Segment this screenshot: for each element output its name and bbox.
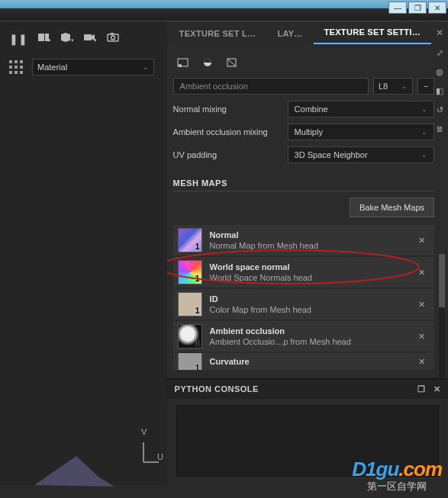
chevron-down-icon: ⌄ (421, 128, 427, 136)
mesh-map-item[interactable]: 1 Normal Normal Map from Mesh head ✕ (173, 225, 434, 255)
normal-mixing-value: Combine (295, 104, 328, 114)
chevron-down-icon: ⌄ (401, 82, 408, 90)
mesh-map-desc: Color Map from Mesh head (210, 305, 414, 314)
svg-marker-3 (61, 33, 70, 42)
channel-format-select[interactable]: L8 ⌄ (373, 78, 413, 95)
mesh-map-item[interactable]: 1 ID Color Map from Mesh head ✕ (173, 289, 434, 320)
channel-icon-2[interactable] (199, 55, 216, 70)
mesh-map-name: ID (210, 294, 414, 304)
window-titlebar: — ❐ ✕ (0, 0, 448, 8)
svg-point-9 (111, 36, 115, 40)
scrollbar-track[interactable] (439, 254, 445, 378)
svg-text:▾: ▾ (71, 37, 73, 43)
pause-icon[interactable]: ❚❚ (9, 33, 27, 45)
mesh-map-thumbnail: 1 (178, 292, 202, 316)
material-name: Material (37, 63, 67, 72)
channel-name-text: Ambient occlusion (180, 82, 248, 91)
axis-v-label: V (141, 427, 147, 436)
material-select[interactable]: Material ⌄ (32, 59, 154, 76)
python-console-panel: PYTHON CONSOLE ❐ ✕ (167, 378, 448, 485)
scrollbar-thumb[interactable] (439, 254, 445, 307)
svg-rect-5 (84, 34, 92, 40)
svg-text:▾: ▾ (48, 37, 50, 43)
normal-mixing-select[interactable]: Combine ⌄ (288, 101, 434, 117)
chevron-down-icon: ⌄ (421, 151, 427, 159)
tab-close-icon[interactable]: ✕ (431, 27, 448, 38)
window-minimize[interactable]: — (388, 2, 407, 14)
tab-layers[interactable]: LAY… (266, 24, 313, 44)
mesh-map-remove-icon[interactable]: ✕ (414, 268, 430, 278)
svg-point-15 (179, 64, 182, 67)
remove-channel-button[interactable]: − (417, 78, 434, 95)
mesh-map-desc: World Space Normals head (210, 273, 414, 282)
mesh-map-remove-icon[interactable]: ✕ (414, 236, 430, 246)
camera-icon[interactable]: ▾ (84, 32, 96, 45)
uv-padding-label: UV padding (173, 150, 288, 159)
mesh-map-remove-icon[interactable]: ✕ (414, 300, 430, 310)
svg-text:▾: ▾ (94, 37, 96, 43)
uv-padding-select[interactable]: 3D Space Neighbor ⌄ (288, 146, 434, 163)
window-maximize[interactable]: ❐ (408, 2, 427, 14)
chevron-down-icon: ⌄ (143, 63, 149, 71)
tab-texture-set-list[interactable]: TEXTURE SET L… (169, 24, 267, 44)
mesh-maps-title: MESH MAPS (173, 178, 434, 191)
channel-format-text: L8 (379, 82, 388, 91)
chevron-down-icon: ⌄ (421, 105, 427, 113)
svg-rect-10 (111, 33, 114, 34)
mesh-map-thumbnail: 1 (178, 353, 202, 370)
viewport-mode-icon[interactable] (9, 60, 26, 74)
console-close-icon[interactable]: ✕ (433, 384, 441, 394)
svg-marker-13 (34, 456, 114, 487)
mesh-map-name: Normal (210, 230, 414, 239)
channel-icon-3[interactable] (224, 55, 240, 70)
channel-name-input[interactable]: Ambient occlusion (173, 78, 369, 95)
channel-icon-1[interactable] (175, 55, 192, 70)
ao-mixing-select[interactable]: Multiply ⌄ (288, 124, 434, 140)
viewport-panel: ❚❚ ▾ ▾ ▾ Material ⌄ V (0, 21, 167, 485)
normal-mixing-label: Normal mixing (173, 104, 288, 114)
mesh-map-thumbnail: 1 (178, 324, 202, 349)
python-console-body[interactable] (175, 403, 440, 478)
snapshot-icon[interactable] (107, 32, 119, 45)
mesh-map-name: World space normal (210, 262, 414, 271)
mesh-map-name: Ambient occlusion (210, 326, 414, 336)
settings-body: Ambient occlusion L8 ⌄ − Normal mixing C… (167, 44, 448, 378)
svg-line-18 (227, 59, 236, 66)
ao-mixing-label: Ambient occlusion mixing (173, 127, 288, 137)
mesh-map-remove-icon[interactable]: ✕ (414, 357, 430, 367)
tab-texture-set-settings[interactable]: TEXTURE SET SETTI… (314, 22, 431, 44)
bake-mesh-maps-button[interactable]: Bake Mesh Maps (350, 198, 434, 217)
ao-mixing-value: Multiply (295, 127, 323, 137)
mesh-map-remove-icon[interactable]: ✕ (414, 332, 430, 342)
perspective-icon[interactable]: ▾ (38, 32, 50, 45)
mesh-map-list: 1 Normal Normal Map from Mesh head ✕ 1 W… (173, 225, 434, 370)
uv-padding-value: 3D Space Neighbor (295, 150, 368, 159)
svg-rect-0 (38, 34, 44, 41)
cube-icon[interactable]: ▾ (61, 32, 73, 45)
mesh-map-item[interactable]: 1 World space normal World Space Normals… (173, 257, 434, 288)
main-menu-bar (0, 8, 448, 21)
mesh-map-thumbnail: 1 (178, 260, 202, 284)
mesh-map-item[interactable]: 1 Ambient occlusion Ambient Occlusio…p f… (173, 321, 434, 352)
console-popout-icon[interactable]: ❐ (417, 384, 426, 394)
panel-tabs: TEXTURE SET L… LAY… TEXTURE SET SETTI… ✕ (167, 21, 448, 44)
mesh-map-desc: Ambient Occlusio…p from Mesh head (210, 337, 414, 346)
mesh-preview (31, 455, 122, 489)
window-close[interactable]: ✕ (428, 2, 446, 14)
mesh-map-desc: Normal Map from Mesh head (210, 241, 414, 250)
mesh-map-name: Curvature (210, 357, 414, 366)
mesh-map-thumbnail: 1 (178, 228, 202, 252)
python-console-title: PYTHON CONSOLE (175, 384, 259, 394)
mesh-map-item[interactable]: 1 Curvature ✕ (173, 353, 434, 370)
